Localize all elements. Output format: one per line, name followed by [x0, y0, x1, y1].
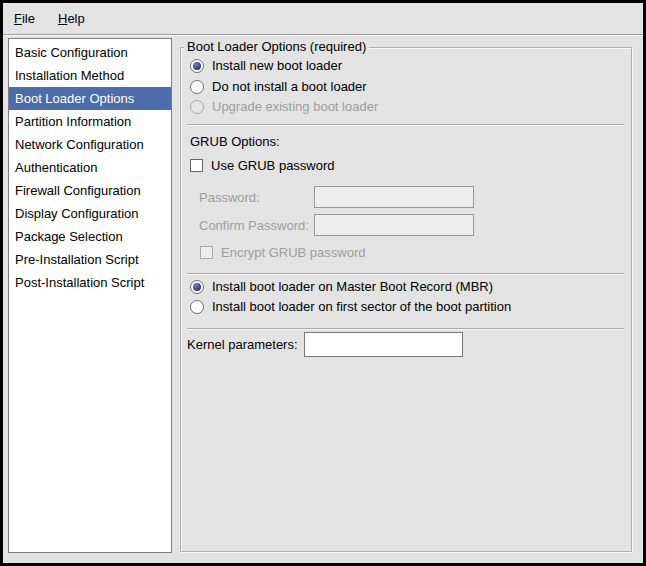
separator-1	[187, 124, 624, 125]
boot-loader-options-frame: Boot Loader Options (required) Install n…	[180, 47, 632, 552]
sidebar-item-post-installation-script[interactable]: Post-Installation Script	[9, 271, 171, 294]
radio-upgrade-existing-icon	[190, 100, 204, 114]
checkbox-encrypt-grub-password-icon	[200, 246, 213, 259]
checkbox-use-grub-password-icon	[190, 159, 203, 172]
sidebar-item-firewall-configuration[interactable]: Firewall Configuration	[9, 179, 171, 202]
radio-install-new-label: Install new boot loader	[212, 58, 342, 73]
menubar-separator	[3, 34, 643, 35]
checkbox-row-encrypt-grub-password: Encrypt GRUB password	[200, 245, 366, 260]
menu-file[interactable]: File	[9, 9, 40, 28]
kernel-parameters-label: Kernel parameters:	[187, 337, 298, 352]
sidebar-item-partition-information[interactable]: Partition Information	[9, 110, 171, 133]
sidebar-item-installation-method[interactable]: Installation Method	[9, 64, 171, 87]
checkbox-row-use-grub-password[interactable]: Use GRUB password	[190, 158, 335, 173]
radio-install-new-icon	[190, 59, 204, 73]
kickstart-configurator-window: File Help Basic Configuration Installati…	[0, 0, 646, 566]
checkbox-encrypt-grub-password-label: Encrypt GRUB password	[221, 245, 366, 260]
confirm-password-field	[314, 214, 474, 236]
radio-row-install-first-sector[interactable]: Install boot loader on first sector of t…	[190, 299, 511, 314]
radio-install-mbr-icon	[190, 280, 204, 294]
menu-help[interactable]: Help	[53, 9, 90, 28]
radio-install-first-sector-icon	[190, 300, 204, 314]
password-field	[314, 186, 474, 208]
password-label: Password:	[199, 190, 260, 205]
menubar: File Help	[3, 3, 643, 32]
sidebar-item-network-configuration[interactable]: Network Configuration	[9, 133, 171, 156]
sidebar-item-authentication[interactable]: Authentication	[9, 156, 171, 179]
radio-row-do-not-install[interactable]: Do not install a boot loader	[190, 79, 367, 94]
kernel-parameters-field[interactable]	[304, 332, 463, 357]
separator-2	[187, 273, 624, 274]
grub-options-heading: GRUB Options:	[190, 134, 280, 149]
sidebar-item-pre-installation-script[interactable]: Pre-Installation Script	[9, 248, 171, 271]
frame-title: Boot Loader Options (required)	[184, 39, 369, 54]
radio-do-not-install-icon	[190, 80, 204, 94]
checkbox-use-grub-password-label: Use GRUB password	[211, 158, 335, 173]
radio-install-first-sector-label: Install boot loader on first sector of t…	[212, 299, 511, 314]
sidebar-item-display-configuration[interactable]: Display Configuration	[9, 202, 171, 225]
separator-3	[187, 328, 624, 329]
confirm-password-label: Confirm Password:	[199, 218, 309, 233]
radio-do-not-install-label: Do not install a boot loader	[212, 79, 367, 94]
sidebar-item-basic-configuration[interactable]: Basic Configuration	[9, 41, 171, 64]
category-list: Basic Configuration Installation Method …	[8, 38, 172, 553]
radio-upgrade-existing-label: Upgrade existing boot loader	[212, 99, 378, 114]
sidebar-item-package-selection[interactable]: Package Selection	[9, 225, 171, 248]
radio-row-install-mbr[interactable]: Install boot loader on Master Boot Recor…	[190, 279, 493, 294]
radio-row-upgrade-existing: Upgrade existing boot loader	[190, 99, 378, 114]
radio-row-install-new[interactable]: Install new boot loader	[190, 58, 342, 73]
sidebar-item-boot-loader-options[interactable]: Boot Loader Options	[9, 87, 171, 110]
radio-install-mbr-label: Install boot loader on Master Boot Recor…	[212, 279, 493, 294]
